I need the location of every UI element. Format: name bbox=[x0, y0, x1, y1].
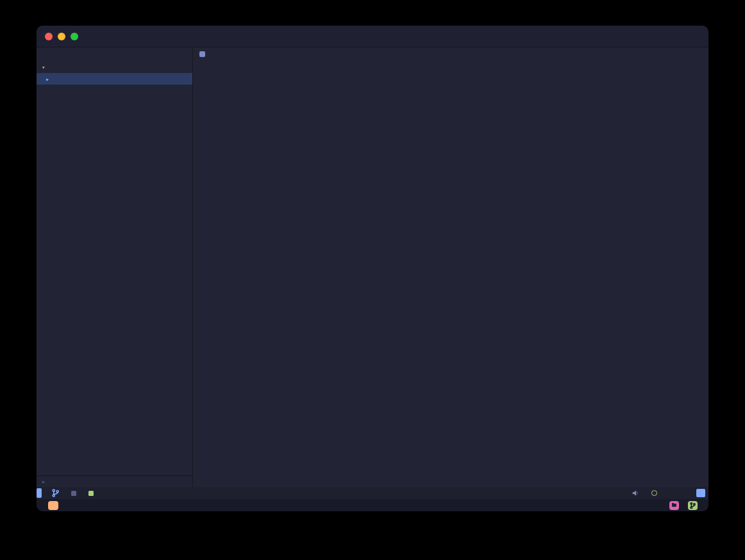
minimize-window-button[interactable] bbox=[58, 33, 65, 40]
chevron-down-icon: ▾ bbox=[42, 64, 45, 70]
lsp-clients-segment bbox=[632, 490, 642, 497]
statusline bbox=[37, 487, 708, 499]
mode-indicator-right bbox=[696, 489, 705, 497]
treesitter-segment bbox=[651, 490, 660, 496]
tmux-statusbar bbox=[37, 499, 708, 511]
window-controls bbox=[37, 33, 78, 40]
plugin-icon bbox=[88, 491, 94, 496]
lsp-icon bbox=[632, 490, 639, 497]
tmux-branch-icon bbox=[688, 501, 698, 510]
neotree-sidebar: ▾ ▸ ▸ bbox=[37, 47, 193, 487]
git-branch-icon bbox=[52, 489, 59, 497]
tabline bbox=[193, 47, 708, 60]
close-window-button[interactable] bbox=[45, 33, 53, 40]
editor-pane bbox=[193, 47, 708, 487]
root-folder-icon: ▸ bbox=[46, 76, 49, 83]
chevron-right-icon: ▸ bbox=[42, 478, 46, 485]
titlebar[interactable] bbox=[37, 26, 708, 47]
terminal-window: ▾ ▸ ▸ bbox=[37, 26, 708, 511]
window-content: ▾ ▸ ▸ bbox=[37, 47, 708, 487]
git-branch-segment bbox=[52, 489, 62, 497]
folder-glyph bbox=[672, 504, 676, 507]
plugin-count-segment bbox=[88, 491, 97, 496]
treesitter-icon bbox=[651, 490, 657, 496]
desktop: ▾ ▸ ▸ bbox=[0, 0, 745, 560]
tmux-window-index[interactable] bbox=[48, 501, 58, 510]
zoom-window-button[interactable] bbox=[71, 33, 78, 40]
shell-file-icon bbox=[199, 51, 205, 57]
neotree-buffers-header[interactable]: ▸ bbox=[37, 475, 192, 487]
tree-root[interactable]: ▸ bbox=[37, 73, 192, 85]
code-area bbox=[193, 60, 708, 487]
filetype-icon bbox=[71, 491, 76, 496]
tmux-status-right bbox=[669, 501, 702, 510]
filetype-segment bbox=[71, 491, 80, 496]
directory-icon bbox=[669, 501, 679, 510]
mode-indicator bbox=[37, 488, 42, 498]
hidden-items-note bbox=[37, 85, 192, 96]
neotree-title: ▾ bbox=[37, 62, 192, 73]
statusline-right bbox=[632, 489, 708, 497]
sidebar-spacer bbox=[37, 96, 192, 475]
